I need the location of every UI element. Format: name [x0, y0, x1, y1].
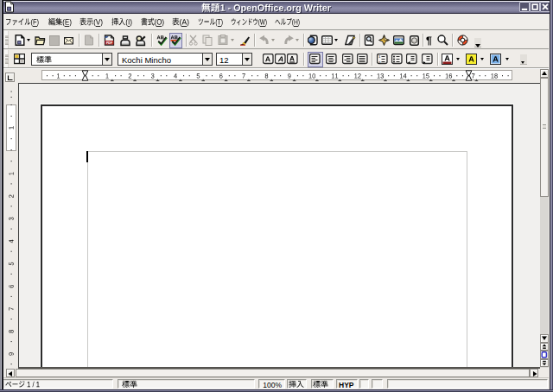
- svg-text:PDF: PDF: [106, 41, 113, 45]
